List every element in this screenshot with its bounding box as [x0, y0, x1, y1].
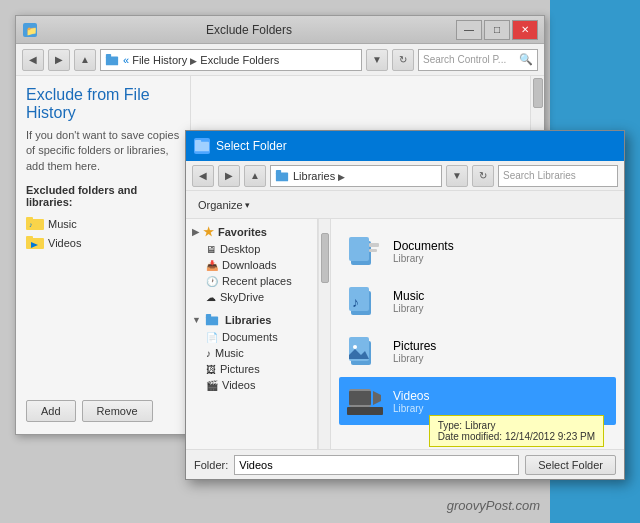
- dialog-title-bar: Select Folder: [186, 131, 624, 161]
- file-item-music[interactable]: ♪ Music Library: [339, 277, 616, 325]
- svg-text:♪: ♪: [352, 294, 359, 310]
- videos-folder-icon: [26, 235, 44, 250]
- search-icon[interactable]: 🔍: [519, 53, 533, 66]
- main-address-bar: ◀ ▶ ▲ « File History ▶ Exclude Folders ▼…: [16, 44, 544, 76]
- dialog-address-input[interactable]: Libraries ▶: [270, 165, 442, 187]
- downloads-icon: 📥: [206, 260, 218, 271]
- lib-videos-icon: 🎬: [206, 380, 218, 391]
- up-button[interactable]: ▲: [74, 49, 96, 71]
- videos-type: Library: [393, 403, 608, 414]
- list-item[interactable]: Videos: [26, 233, 180, 252]
- dialog-up-button[interactable]: ▲: [244, 165, 266, 187]
- svg-rect-18: [369, 243, 379, 247]
- videos-lib-icon: [347, 383, 383, 419]
- svg-rect-30: [347, 407, 383, 415]
- svg-marker-28: [373, 391, 381, 405]
- title-bar-controls: — □ ✕: [456, 20, 538, 40]
- libraries-icon: [205, 313, 219, 327]
- svg-point-25: [353, 345, 357, 349]
- maximize-button[interactable]: □: [484, 20, 510, 40]
- dialog-forward-button[interactable]: ▶: [218, 165, 240, 187]
- nav-item-documents[interactable]: 📄 Documents: [190, 329, 313, 345]
- dialog-icon: [194, 138, 210, 154]
- remove-button[interactable]: Remove: [82, 400, 153, 402]
- dialog-search-input[interactable]: Search Libraries: [498, 165, 618, 187]
- back-button[interactable]: ◀: [22, 49, 44, 71]
- file-item-pictures[interactable]: Pictures Library: [339, 327, 616, 375]
- dialog-dropdown[interactable]: ▼: [446, 165, 468, 187]
- nav-item-desktop[interactable]: 🖥 Desktop: [190, 241, 313, 257]
- nav-item-pictures[interactable]: 🖼 Pictures: [190, 361, 313, 377]
- file-item-documents[interactable]: Documents Library: [339, 227, 616, 275]
- favorites-expand-icon: ▶: [192, 227, 199, 237]
- list-item[interactable]: ♪ Music: [26, 214, 180, 233]
- recent-label: Recent places: [222, 275, 292, 287]
- videos-info: Videos Library: [393, 389, 608, 414]
- refresh-button[interactable]: ↻: [392, 49, 414, 71]
- music-name: Music: [393, 289, 608, 303]
- svg-rect-15: [206, 314, 211, 318]
- nav-item-recent[interactable]: 🕐 Recent places: [190, 273, 313, 289]
- select-folder-button[interactable]: Select Folder: [525, 455, 616, 475]
- svg-rect-8: [26, 236, 33, 241]
- dialog-toolbar: Organize ▾: [186, 191, 624, 219]
- svg-rect-3: [106, 53, 111, 57]
- lib-music-icon: ♪: [206, 348, 211, 359]
- music-type: Library: [393, 303, 608, 314]
- breadcrumb-path: « File History ▶ Exclude Folders: [123, 54, 279, 66]
- search-placeholder: Search Control P...: [423, 54, 506, 65]
- libraries-section[interactable]: ▼ Libraries: [190, 311, 313, 329]
- pictures-info: Pictures Library: [393, 339, 608, 364]
- dialog-title: Select Folder: [216, 139, 287, 153]
- tree-scroll-thumb: [321, 233, 329, 283]
- minimize-button[interactable]: —: [456, 20, 482, 40]
- svg-rect-13: [276, 169, 281, 173]
- organize-dropdown-icon: ▾: [245, 200, 250, 210]
- lib-videos-label: Videos: [222, 379, 255, 391]
- tooltip-type: Type: Library: [438, 420, 595, 431]
- downloads-label: Downloads: [222, 259, 276, 271]
- pictures-type: Library: [393, 353, 608, 364]
- close-button[interactable]: ✕: [512, 20, 538, 40]
- address-icon: [105, 53, 119, 67]
- recent-icon: 🕐: [206, 276, 218, 287]
- pictures-lib-icon: [347, 333, 383, 369]
- dialog-address-bar: ◀ ▶ ▲ Libraries ▶ ▼ ↻ Search Libraries: [186, 161, 624, 191]
- skydrive-label: SkyDrive: [220, 291, 264, 303]
- side-panel: Exclude from File History If you don't w…: [16, 76, 191, 402]
- search-input[interactable]: Search Control P... 🔍: [418, 49, 538, 71]
- folder-label: Folder:: [194, 459, 228, 471]
- add-button[interactable]: Add: [26, 400, 76, 402]
- svg-rect-11: [195, 140, 201, 144]
- nav-panel: ▶ ★ Favorites 🖥 Desktop 📥 Downloads 🕐 Re…: [186, 219, 331, 449]
- videos-name: Videos: [393, 389, 608, 403]
- dialog-back-button[interactable]: ◀: [192, 165, 214, 187]
- favorites-section[interactable]: ▶ ★ Favorites: [190, 223, 313, 241]
- nav-item-music-lib[interactable]: ♪ Music: [190, 345, 313, 361]
- lib-docs-label: Documents: [222, 331, 278, 343]
- nav-item-videos-lib[interactable]: 🎬 Videos: [190, 377, 313, 393]
- dialog-breadcrumb: Libraries ▶: [293, 170, 345, 182]
- page-title: Exclude from File History: [26, 86, 180, 122]
- music-lib-icon: ♪: [347, 283, 383, 319]
- music-item-label: Music: [48, 218, 77, 230]
- dialog-refresh[interactable]: ↻: [472, 165, 494, 187]
- window-icon: 📁: [22, 22, 38, 38]
- nav-item-downloads[interactable]: 📥 Downloads: [190, 257, 313, 273]
- videos-item-label: Videos: [48, 237, 81, 249]
- dropdown-button[interactable]: ▼: [366, 49, 388, 71]
- nav-item-skydrive[interactable]: ☁ SkyDrive: [190, 289, 313, 305]
- libraries-expand-icon: ▼: [192, 315, 201, 325]
- watermark: groovyPost.com: [447, 498, 540, 513]
- nav-tree: ▶ ★ Favorites 🖥 Desktop 📥 Downloads 🕐 Re…: [186, 219, 318, 449]
- dialog-bottom: Folder: Select Folder: [186, 449, 624, 479]
- address-input[interactable]: « File History ▶ Exclude Folders: [100, 49, 362, 71]
- forward-button[interactable]: ▶: [48, 49, 70, 71]
- lib-pictures-icon: 🖼: [206, 364, 216, 375]
- folder-input[interactable]: [234, 455, 519, 475]
- libraries-label: Libraries: [225, 314, 271, 326]
- tooltip-date: Date modified: 12/14/2012 9:23 PM: [438, 431, 595, 442]
- organize-button[interactable]: Organize ▾: [192, 197, 256, 213]
- tree-scrollbar[interactable]: [318, 219, 330, 449]
- svg-text:📁: 📁: [26, 25, 38, 37]
